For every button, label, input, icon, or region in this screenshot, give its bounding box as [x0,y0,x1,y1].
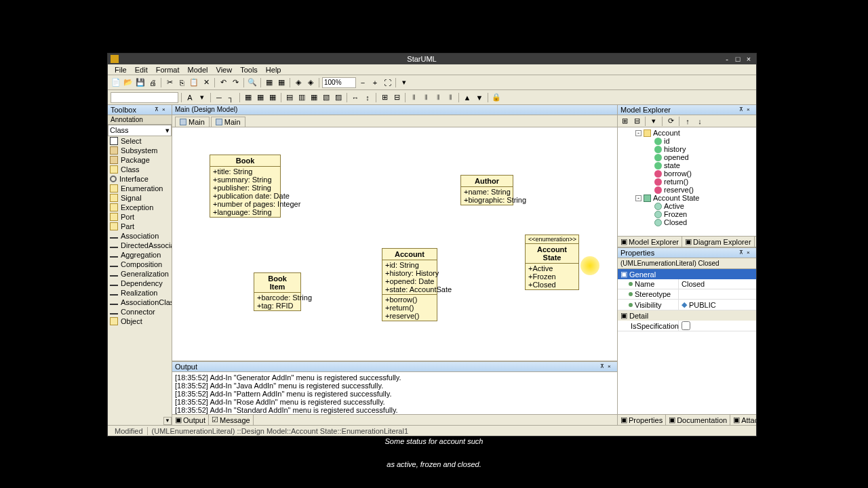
tab-message[interactable]: ☑Message [209,415,254,425]
al4-icon[interactable]: ▧ [321,92,332,103]
tool-exception[interactable]: Exception [108,203,172,212]
output-text[interactable]: [18:35:52] Add-In "Generator AddIn" menu… [172,372,617,414]
sort2-icon[interactable]: ⊟ [631,116,642,127]
layout3-icon[interactable]: ▦ [267,92,278,103]
tool-associationclass[interactable]: AssociationClass [108,298,172,307]
paste-icon[interactable]: 📋 [189,77,199,88]
layout2-icon[interactable]: ▦ [255,92,266,103]
tab-output[interactable]: ▣Output [172,415,209,425]
al3-icon[interactable]: ▦ [309,92,319,103]
filter-icon[interactable]: ▾ [648,116,659,127]
tool-object[interactable]: Object [108,317,172,326]
tool-package[interactable]: Package [108,155,172,165]
close-output-icon[interactable]: × [608,363,614,370]
tab-documentation[interactable]: ▣Documentation [666,415,730,425]
lock-icon[interactable]: 🔒 [491,92,502,103]
close-panel-icon[interactable]: × [162,106,169,113]
open-icon[interactable]: 📂 [123,77,134,88]
view-icon[interactable]: ▾ [399,77,410,88]
print-icon[interactable]: 🖨 [147,77,158,88]
props-cat-general[interactable]: ▣General [618,269,756,279]
menu-model[interactable]: Model [184,65,212,75]
uml-class-book[interactable]: Book +title: String +summary: String +pu… [210,155,281,218]
close-button[interactable]: × [744,55,753,63]
menu-view[interactable]: View [212,65,237,75]
tool-realization[interactable]: Realization [108,288,172,298]
isspec-checkbox[interactable] [682,321,690,330]
redo-icon[interactable]: ↷ [230,77,241,88]
sp2-icon[interactable]: ↕ [362,92,373,103]
tool-composition[interactable]: Composition [108,260,172,269]
sort1-icon[interactable]: ⊞ [619,116,630,127]
toolbox-section[interactable]: Annotation [108,115,172,125]
al1-icon[interactable]: ▤ [284,92,295,103]
menu-file[interactable]: File [111,65,131,75]
tool-connector[interactable]: Connector [108,307,172,317]
tab-main-2[interactable]: Main [211,117,245,127]
al5-icon[interactable]: ▨ [333,92,344,103]
tool-port[interactable]: Port [108,212,172,222]
zoom-out-icon[interactable]: − [357,77,368,88]
diagram-canvas[interactable]: Book +title: String +summary: String +pu… [172,127,617,361]
line2-icon[interactable]: ┐ [226,92,237,103]
sp1-icon[interactable]: ↔ [350,92,361,103]
properties-grid[interactable]: ▣General NameClosed Stereotype Visibilit… [618,269,756,414]
down-icon[interactable]: ↓ [694,116,705,127]
toolbox-scroll-down[interactable]: ▼ [163,417,172,425]
close-props-icon[interactable]: × [747,249,753,256]
close-explorer-icon[interactable]: × [747,106,753,113]
cut-icon[interactable]: ✂ [164,77,175,88]
uml-class-author[interactable]: Author +name: String +biographic: String [460,175,513,205]
tool-association[interactable]: Association [108,231,172,241]
tool-directedassociation[interactable]: DirectedAssociation [108,241,172,250]
tool-part[interactable]: Part [108,222,172,231]
pin-icon[interactable]: ⊼ [155,106,161,113]
zoom-input[interactable] [322,77,356,88]
menu-help[interactable]: Help [262,65,285,75]
find-icon[interactable]: 🔍 [247,77,258,88]
diagram1-icon[interactable]: ◈ [293,77,304,88]
tab-attachments[interactable]: ▣Attachments [730,415,756,425]
font-icon[interactable]: A [184,92,195,103]
align2-icon[interactable]: ▦ [276,77,287,88]
save-icon[interactable]: 💾 [135,77,146,88]
delete-icon[interactable]: ✕ [201,77,212,88]
dist2-icon[interactable]: ⫴ [420,92,431,103]
zoom-in-icon[interactable]: + [370,77,380,88]
tab-properties[interactable]: ▣Properties [618,415,666,425]
tab-model-explorer[interactable]: ▣Model Explorer [618,237,682,247]
tree-toggle[interactable]: - [635,130,642,136]
style-combo[interactable] [111,92,178,103]
tool-class[interactable]: Class [108,165,172,174]
copy-icon[interactable]: ⎘ [176,77,187,88]
tool-interface[interactable]: Interface [108,174,172,184]
color-icon[interactable]: ▾ [197,92,208,103]
dist1-icon[interactable]: ⫴ [408,92,419,103]
tool-subsystem[interactable]: Subsystem [108,146,172,155]
dist3-icon[interactable]: ⫴ [433,92,443,103]
titlebar[interactable]: StarUML - □ × [108,54,756,64]
grp2-icon[interactable]: ⊟ [391,92,402,103]
uml-class-account[interactable]: Account +id: String +history: History +o… [382,248,437,321]
tool-signal[interactable]: Signal [108,193,172,203]
minimize-button[interactable]: - [722,55,732,63]
tree-toggle[interactable]: - [635,195,642,201]
back-icon[interactable]: ▼ [474,92,485,103]
align1-icon[interactable]: ▦ [264,77,275,88]
fit-icon[interactable]: ⛶ [382,77,393,88]
menu-edit[interactable]: Edit [131,65,152,75]
diagram2-icon[interactable]: ◈ [305,77,316,88]
refresh-icon[interactable]: ⟳ [665,116,676,127]
pin-icon[interactable]: ⊼ [739,106,746,113]
model-tree[interactable]: -Account id history opened state borrow(… [618,127,756,236]
tool-aggregation[interactable]: Aggregation [108,250,172,260]
tab-diagram-explorer[interactable]: ▣Diagram Explorer [682,237,755,247]
menu-tools[interactable]: Tools [236,65,262,75]
undo-icon[interactable]: ↶ [218,77,229,88]
front-icon[interactable]: ▲ [462,92,473,103]
tool-generalization[interactable]: Generalization [108,269,172,279]
pin-icon[interactable]: ⊼ [600,363,607,370]
toolbox-category[interactable]: Class▾ [108,125,172,136]
layout1-icon[interactable]: ▦ [243,92,254,103]
tool-select[interactable]: Select [108,136,172,146]
